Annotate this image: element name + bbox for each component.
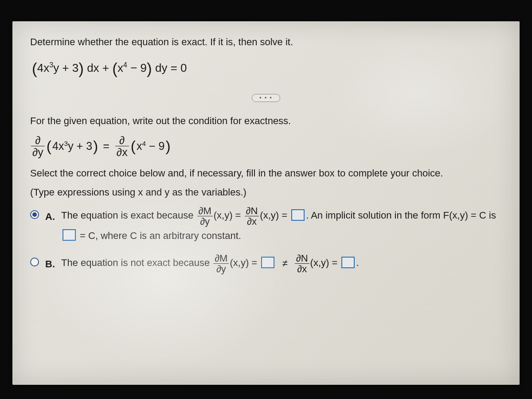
radio-a[interactable] bbox=[30, 210, 39, 219]
select-instruction: Select the correct choice below and, if … bbox=[30, 166, 502, 180]
choice-b-label: B. bbox=[45, 257, 55, 271]
main-equation: (4x3y + 3) dx + (x4 − 9) dy = 0 bbox=[32, 57, 502, 81]
answer-box-a1[interactable] bbox=[291, 209, 305, 221]
condition-equation: ∂ ∂y ( 4x3y + 3 ) = ∂ ∂x ( x4 − 9 ) bbox=[30, 134, 502, 158]
condition-intro: For the given equation, write out the co… bbox=[30, 113, 502, 128]
answer-box-b1[interactable] bbox=[261, 257, 274, 268]
choice-a-label: A. bbox=[45, 209, 55, 224]
choice-group: A. The equation is exact because ∂M∂y(x,… bbox=[30, 206, 502, 274]
answer-box-a2[interactable] bbox=[63, 229, 76, 241]
section-divider[interactable]: • • • bbox=[252, 94, 280, 102]
radio-b[interactable] bbox=[30, 258, 39, 266]
choice-a-row: A. The equation is exact because ∂M∂y(x,… bbox=[30, 206, 502, 245]
choice-b-body: The equation is not exact because ∂M∂y(x… bbox=[61, 253, 502, 274]
choice-a-body: The equation is exact because ∂M∂y(x,y) … bbox=[61, 206, 502, 245]
question-card: Determine whether the equation is exact.… bbox=[12, 21, 520, 385]
question-prompt: Determine whether the equation is exact.… bbox=[30, 35, 502, 49]
screen-frame: Determine whether the equation is exact.… bbox=[0, 0, 532, 399]
dots-icon: • • • bbox=[259, 94, 272, 102]
choice-b-row: B. The equation is not exact because ∂M∂… bbox=[30, 253, 502, 274]
exactness-section: For the given equation, write out the co… bbox=[30, 113, 502, 274]
type-hint: (Type expressions using x and y as the v… bbox=[30, 185, 502, 200]
answer-box-b2[interactable] bbox=[341, 257, 355, 268]
